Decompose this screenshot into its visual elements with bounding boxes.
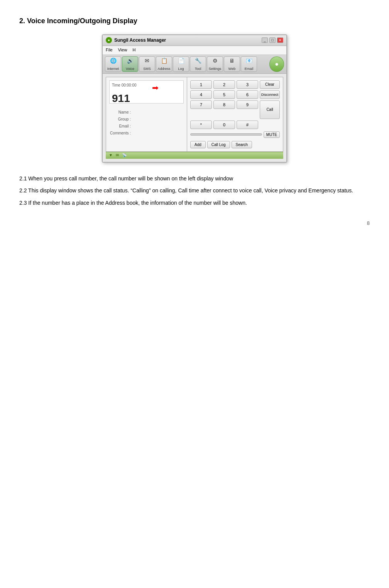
disconnect-button[interactable]: Disconnect bbox=[260, 90, 280, 99]
email-label: Email : bbox=[109, 123, 132, 130]
toolbar-settings[interactable]: ⚙ Settings bbox=[207, 56, 223, 72]
info-group-row: Group : bbox=[109, 116, 184, 123]
toolbar-tool[interactable]: 🔧 Tool bbox=[190, 56, 206, 72]
info-comments-row: Comments : bbox=[109, 130, 184, 137]
restore-button[interactable]: □ bbox=[269, 37, 276, 43]
title-bar: ● Sungil Access Manager _ □ ✕ bbox=[103, 35, 286, 46]
app-title: Sungil Access Manager bbox=[114, 37, 166, 44]
toolbar-log-label: Log bbox=[178, 66, 184, 71]
toolbar-voice-label: Voice bbox=[126, 66, 134, 71]
display-area: Time 00:00:00 ➡ 911 bbox=[109, 80, 184, 104]
toolbar-sms[interactable]: ✉ SMS bbox=[139, 56, 155, 72]
key-hash[interactable]: # bbox=[237, 121, 258, 129]
menu-bar: File View H bbox=[103, 46, 286, 55]
toolbar-address-label: Address bbox=[157, 66, 170, 71]
title-controls: _ □ ✕ bbox=[262, 37, 283, 43]
log-icon: 📄 bbox=[178, 56, 184, 65]
minimize-button[interactable]: _ bbox=[262, 37, 268, 43]
mute-button[interactable]: MUTE bbox=[264, 131, 280, 138]
comments-label: Comments : bbox=[109, 130, 132, 137]
toolbar-internet[interactable]: 🌐 Internet bbox=[105, 56, 121, 72]
paragraph-2: 2.2 This display window shows the call s… bbox=[19, 186, 370, 195]
left-panel: Time 00:00:00 ➡ 911 Name : Group : bbox=[106, 77, 187, 151]
right-panel: 1 2 3 Clear 4 5 6 Disconnect bbox=[187, 77, 283, 151]
call-log-button[interactable]: Call Log bbox=[207, 141, 230, 148]
page-number: 8 bbox=[19, 219, 370, 228]
group-value bbox=[132, 116, 184, 123]
toolbar-sms-label: SMS bbox=[143, 66, 151, 71]
toolbar-log[interactable]: 📄 Log bbox=[173, 56, 189, 72]
toolbar-address[interactable]: 📋 Address bbox=[156, 56, 172, 72]
tool-icon: 🔧 bbox=[195, 56, 201, 65]
paragraph-3: 2.3 If the number has a place in the Add… bbox=[19, 199, 370, 208]
keypad-row-1: 1 2 3 Clear bbox=[190, 80, 280, 89]
toolbar-settings-label: Settings bbox=[209, 66, 222, 71]
menu-file[interactable]: File bbox=[106, 47, 113, 54]
internet-icon: 🌐 bbox=[110, 56, 117, 65]
key-3[interactable]: 3 bbox=[237, 80, 258, 89]
info-email-row: Email : bbox=[109, 123, 184, 130]
keypad-row-2: 4 5 6 Disconnect bbox=[190, 90, 280, 99]
bottom-buttons: Add Call Log Search bbox=[190, 141, 280, 148]
sms-icon: ✉ bbox=[145, 56, 149, 65]
sms-status-icon: ✉ bbox=[116, 152, 119, 158]
email-icon: 📧 bbox=[246, 56, 252, 65]
mute-row: MUTE bbox=[190, 131, 280, 138]
toolbar-internet-label: Internet bbox=[107, 66, 119, 71]
info-area: Name : Group : Email : Comments : bbox=[106, 107, 187, 139]
key-4[interactable]: 4 bbox=[190, 90, 212, 99]
key-9[interactable]: 9 bbox=[237, 100, 258, 109]
voice-icon: 🔊 bbox=[127, 56, 134, 65]
email-value bbox=[132, 123, 184, 130]
time-display: Time 00:00:00 ➡ bbox=[112, 82, 181, 88]
key-8[interactable]: 8 bbox=[213, 100, 235, 109]
name-value bbox=[132, 109, 184, 116]
key-1[interactable]: 1 bbox=[190, 80, 212, 89]
phone-number-display: 911 bbox=[112, 90, 181, 107]
page-heading: 2. Voice Incoming/Outgoing Display bbox=[19, 15, 370, 27]
key-star[interactable]: * bbox=[190, 121, 212, 129]
web-icon: 🖥 bbox=[229, 56, 235, 65]
volume-slider[interactable] bbox=[190, 133, 262, 136]
paragraph-1: 2.1 When you press call number, the call… bbox=[19, 174, 370, 184]
add-button[interactable]: Add bbox=[190, 141, 206, 148]
name-label: Name : bbox=[109, 109, 132, 116]
toolbar-right-btn[interactable]: ● bbox=[269, 56, 284, 72]
app-icon: ● bbox=[106, 37, 112, 43]
antenna-icon: 📡 bbox=[122, 152, 127, 158]
toolbar-voice[interactable]: 🔊 Voice bbox=[122, 56, 138, 72]
toolbar: 🌐 Internet 🔊 Voice ✉ SMS 📋 Address 📄 Log… bbox=[103, 55, 286, 74]
app-window: ● Sungil Access Manager _ □ ✕ File View … bbox=[102, 34, 287, 163]
green-circle-icon: ● bbox=[275, 59, 279, 69]
toolbar-web-label: Web bbox=[228, 66, 235, 71]
search-button[interactable]: Search bbox=[232, 141, 252, 148]
key-6[interactable]: 6 bbox=[237, 90, 258, 99]
close-button[interactable]: ✕ bbox=[277, 37, 283, 43]
menu-help[interactable]: H bbox=[132, 47, 135, 54]
keypad-row-4: * 0 # bbox=[190, 121, 280, 129]
address-icon: 📋 bbox=[161, 56, 167, 65]
clear-button[interactable]: Clear bbox=[260, 80, 280, 89]
key-5[interactable]: 5 bbox=[213, 90, 235, 99]
settings-icon: ⚙ bbox=[213, 56, 218, 65]
key-7[interactable]: 7 bbox=[190, 100, 212, 109]
toolbar-email[interactable]: 📧 Email bbox=[241, 56, 257, 72]
time-value: Time 00:00:00 bbox=[112, 82, 137, 88]
menu-view[interactable]: View bbox=[118, 47, 127, 54]
info-name-row: Name : bbox=[109, 109, 184, 116]
comments-value bbox=[132, 130, 184, 137]
key-2[interactable]: 2 bbox=[213, 80, 235, 89]
call-button[interactable]: Call bbox=[260, 100, 280, 119]
toolbar-tool-label: Tool bbox=[195, 66, 201, 71]
status-bar: ▼ ✉ 📡 bbox=[106, 152, 283, 159]
filter-icon: ▼ bbox=[109, 152, 113, 158]
red-arrow-icon: ➡ bbox=[152, 82, 159, 94]
keypad-row-3: 7 8 9 Call bbox=[190, 100, 280, 119]
toolbar-web[interactable]: 🖥 Web bbox=[224, 56, 240, 72]
group-label: Group : bbox=[109, 116, 132, 123]
key-0[interactable]: 0 bbox=[213, 121, 235, 129]
toolbar-email-label: Email bbox=[245, 66, 254, 71]
main-panel: Time 00:00:00 ➡ 911 Name : Group : bbox=[106, 77, 283, 152]
app-body: Time 00:00:00 ➡ 911 Name : Group : bbox=[103, 74, 286, 162]
